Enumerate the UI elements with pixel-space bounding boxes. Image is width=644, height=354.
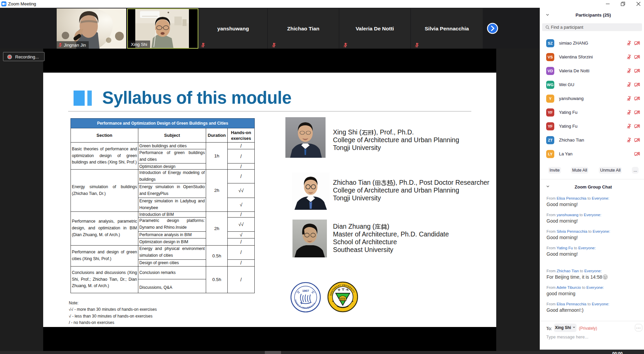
svg-text:1907: 1907 [302, 289, 309, 293]
